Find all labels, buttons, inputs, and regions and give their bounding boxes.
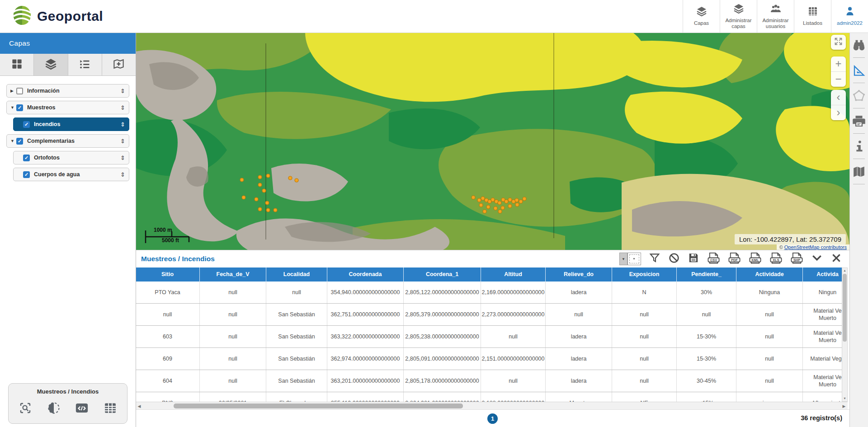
export-kml-button[interactable]: KML: [749, 252, 762, 266]
attribute-table-button[interactable]: [104, 401, 117, 415]
sidebar-tab-layer-groups[interactable]: [0, 54, 34, 75]
scroll-left-arrow[interactable]: ◀: [136, 404, 143, 408]
layer-reorder-handle[interactable]: ⇕: [120, 171, 125, 178]
sidebar-tab-layers-view[interactable]: [34, 54, 68, 75]
table-row[interactable]: 609nullSan Sebastián362,974.000000000000…: [136, 348, 842, 370]
layers-icon: [696, 6, 707, 19]
svg-text:KML: KML: [752, 258, 759, 262]
print-tool-button[interactable]: [852, 114, 866, 128]
clear-selection-button[interactable]: [668, 252, 680, 266]
scroll-right-arrow[interactable]: ▶: [840, 404, 848, 408]
page-1-button[interactable]: 1: [487, 413, 498, 424]
gridtable-icon: [104, 408, 117, 416]
basemap-tool-button[interactable]: [852, 165, 866, 178]
table-row[interactable]: 603nullSan Sebastián363,322.000000000000…: [136, 326, 842, 348]
collapse-table-button[interactable]: [811, 252, 823, 266]
layer-reorder-handle[interactable]: ⇕: [120, 104, 125, 111]
table-row[interactable]: 604nullSan Sebastián363,201.000000000000…: [136, 370, 842, 392]
previous-view-button[interactable]: ‹: [831, 90, 846, 105]
selection-mode-button[interactable]: ▼: [619, 253, 641, 265]
layer-item-complementarias[interactable]: ▼✓Complementarias⇕: [6, 134, 129, 148]
caret-down-icon[interactable]: ▼: [10, 105, 16, 110]
caret-right-icon[interactable]: ▶: [10, 89, 16, 93]
zoom-in-button[interactable]: +: [831, 56, 846, 71]
close-table-button[interactable]: [830, 252, 842, 266]
layer-reorder-handle[interactable]: ⇕: [120, 155, 125, 161]
column-header-2[interactable]: Localidad: [266, 267, 327, 282]
scroll-up-arrow[interactable]: ▲: [842, 268, 847, 273]
column-header-7[interactable]: Exposicion: [612, 267, 677, 282]
zoom-to-layer-button[interactable]: [19, 401, 32, 415]
table-horizontal-scrollbar[interactable]: ◀ ▶: [136, 402, 848, 410]
table-row[interactable]: PN306/05/2021El Chupadero355,110.0000000…: [136, 392, 842, 402]
person-icon: [844, 6, 855, 19]
table-vertical-scrollbar[interactable]: ▲ ▼: [842, 267, 848, 402]
layer-item-ortofotos[interactable]: ✓Ortofotos⇕: [13, 151, 129, 164]
layer-reorder-handle[interactable]: ⇕: [120, 138, 125, 145]
fullscreen-button[interactable]: [831, 35, 846, 50]
export-pdf-button[interactable]: PDF: [728, 252, 741, 266]
cell: ladera: [546, 326, 612, 347]
cell: 354,940.000000000000000: [327, 282, 404, 303]
column-header-8[interactable]: Pendiente_: [677, 267, 736, 282]
table-row[interactable]: nullnullSan Sebastián362,751.00000000000…: [136, 304, 842, 326]
table-row[interactable]: PTO Yacanullnull354,940.0000000000000002…: [136, 282, 842, 304]
nav-admin-user-button[interactable]: admin2022: [831, 0, 868, 33]
column-header-0[interactable]: Sitio: [136, 267, 200, 282]
cell: Material Vege: [803, 348, 842, 370]
layer-opacity-button[interactable]: [47, 401, 61, 415]
export-csv-button[interactable]: CSV: [707, 252, 720, 266]
layer-item-informacion[interactable]: ▶Información⇕: [6, 84, 129, 98]
export-xls-button[interactable]: XLS: [769, 252, 783, 266]
layer-checkbox-incendios[interactable]: ✓: [23, 121, 30, 128]
column-header-9[interactable]: Actividade: [736, 267, 803, 282]
column-header-4[interactable]: Coordena_1: [404, 267, 481, 282]
column-header-5[interactable]: Altitud: [481, 267, 546, 282]
layer-item-cuerpos-de-agua[interactable]: ✓Cuerpos de agua⇕: [13, 168, 129, 181]
sidebar-tab-legend[interactable]: [68, 54, 102, 75]
layer-reorder-handle[interactable]: ⇕: [120, 88, 125, 94]
search-tool-button[interactable]: [852, 38, 866, 52]
export-shp-icon: SHP: [790, 252, 803, 266]
caret-down-icon[interactable]: ▼: [10, 139, 16, 143]
layer-checkbox-muestreos[interactable]: ✓: [16, 104, 23, 111]
layer-item-incendios[interactable]: ✓Incendios⇕: [13, 117, 129, 131]
sidebar-tab-add-layer[interactable]: [102, 54, 136, 75]
nav-listados-button[interactable]: Listados: [794, 0, 831, 33]
scroll-down-arrow[interactable]: ▼: [842, 396, 847, 401]
gridtab-icon: [11, 58, 23, 72]
fullscreen-icon: [834, 37, 843, 48]
layer-item-muestreos[interactable]: ▼✓Muestreos⇕: [6, 101, 129, 114]
nav-administrar-capas-button[interactable]: Administrar capas: [720, 0, 757, 33]
info-tool-button[interactable]: [852, 140, 866, 153]
column-header-6[interactable]: Relieve_do: [546, 267, 612, 282]
nav-capas-button[interactable]: Capas: [683, 0, 720, 33]
osm-attribution-link[interactable]: OpenStreetMap contributors: [784, 244, 847, 250]
export-csv-icon: CSV: [707, 252, 720, 266]
selection-dropdown-icon[interactable]: ▼: [619, 253, 627, 265]
column-header-1[interactable]: Fecha_de_V: [200, 267, 266, 282]
draw-polygon-tool-button[interactable]: [852, 89, 866, 103]
nav-administrar-usuarios-button[interactable]: Administrar usuarios: [757, 0, 794, 33]
vertical-scroll-thumb[interactable]: [843, 274, 847, 342]
layer-checkbox-informacion[interactable]: [16, 88, 23, 94]
layer-checkbox-complementarias[interactable]: ✓: [16, 138, 23, 145]
scale-bar: 1000 m 5000 ft: [142, 227, 196, 247]
export-shp-button[interactable]: SHP: [790, 252, 803, 266]
map-canvas[interactable]: + − ‹ › 1000 m 5000 ft Lon: -100.422897,…: [136, 33, 849, 250]
layer-checkbox-ortofotos[interactable]: ✓: [23, 155, 30, 161]
cell: 2,273.000000000000000: [481, 304, 546, 325]
next-view-button[interactable]: ›: [831, 105, 846, 120]
layer-reorder-handle[interactable]: ⇕: [120, 121, 125, 128]
column-header-3[interactable]: Coordenada: [327, 267, 404, 282]
filter-button[interactable]: [649, 252, 660, 266]
horizontal-scroll-thumb[interactable]: [174, 404, 463, 408]
layer-checkbox-cuerpos-de-agua[interactable]: ✓: [23, 171, 30, 178]
save-button[interactable]: [688, 252, 699, 266]
close-icon: [830, 252, 842, 266]
column-header-10[interactable]: Activida: [803, 267, 842, 282]
measure-tool-button[interactable]: [852, 64, 866, 77]
embed-code-button[interactable]: [75, 401, 89, 415]
chevron-icon: [811, 252, 823, 266]
zoom-out-button[interactable]: −: [831, 71, 846, 87]
